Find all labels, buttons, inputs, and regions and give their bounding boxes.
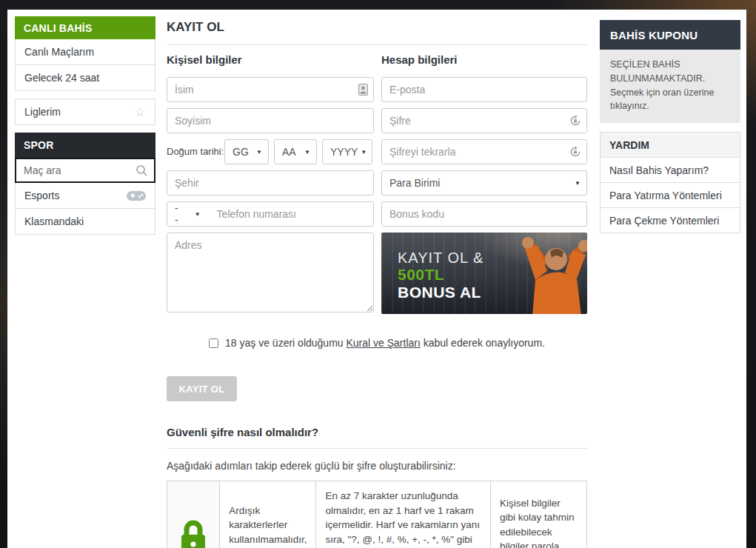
password-intro-text: Aşağıdaki adımları takip ederek güçlü bi… <box>167 460 587 472</box>
bet-slip-header: BAHİS KUPONU <box>600 20 740 50</box>
banner-line1: KAYIT OL & <box>398 250 484 266</box>
sidebar-item-canli-maclarim[interactable]: Canlı Maçlarım <box>15 39 155 65</box>
password-repeat-box <box>381 139 587 164</box>
birth-day-value: GG <box>233 146 249 158</box>
bet-slip-empty-message: SEÇİLEN BAHİS BULUNMAMAKTADIR. Seçmek iç… <box>600 50 740 123</box>
sidebar-item-liglerim[interactable]: Liglerim ☆ <box>15 98 155 125</box>
terms-link[interactable]: Kural ve Şartları <box>346 337 420 349</box>
birth-year-value: YYYY <box>330 146 358 158</box>
account-info-column: Hesap bilgileri <box>381 53 587 321</box>
help-header: YARDIM <box>601 133 740 157</box>
terms-suffix: kabul ederek onaylıyorum. <box>421 337 545 349</box>
page-title: KAYIT OL <box>167 16 587 44</box>
password-section-divider <box>167 448 587 449</box>
star-icon: ☆ <box>135 106 146 118</box>
sidebar-header-canli-bahis[interactable]: CANLI BAHİS <box>15 16 155 39</box>
sidebar-item-label: Canlı Maçlarım <box>24 46 94 58</box>
bonus-banner[interactable]: KAYIT OL & 500TL BONUS AL <box>381 233 587 314</box>
bonus-code-box <box>381 201 587 227</box>
address-textarea[interactable] <box>167 233 374 313</box>
title-divider <box>167 44 587 45</box>
terms-text: 18 yaş ve üzeri olduğumu Kural ve Şartla… <box>225 337 545 349</box>
sidebar-header-label: SPOR <box>24 139 53 151</box>
match-search-box <box>15 158 155 183</box>
phone-input[interactable] <box>208 202 373 226</box>
match-search-input[interactable] <box>24 164 136 176</box>
birth-year-select[interactable]: YYYY ▼ <box>322 139 372 164</box>
chevron-down-icon: ▼ <box>575 180 581 187</box>
address-row <box>167 233 374 315</box>
chevron-down-icon: ▼ <box>361 149 367 156</box>
banner-line3: BONUS AL <box>398 284 484 301</box>
chevron-down-icon: ▼ <box>256 149 262 156</box>
email-input[interactable] <box>382 78 586 101</box>
sidebar-item-label: Esports <box>24 190 59 201</box>
terms-row: 18 yaş ve üzeri olduğumu Kural ve Şartla… <box>167 337 587 349</box>
sidebar-item-gelecek-24-saat[interactable]: Gelecek 24 saat <box>15 65 155 91</box>
city-box <box>167 170 374 196</box>
secure-password-heading: Güvenli şifre nasıl olmalıdır? <box>167 426 587 448</box>
password-rules-table: Ardışık karakterlerler kullanılmamalıdır… <box>167 481 587 548</box>
chevron-down-icon: ▼ <box>304 149 310 156</box>
search-icon <box>136 164 148 177</box>
last-name-box <box>167 108 374 133</box>
help-item-nasil-bahis[interactable]: Nasıl Bahis Yaparım? <box>601 157 740 182</box>
help-item-label: Para Yatırma Yöntemleri <box>609 190 722 201</box>
currency-select[interactable]: Para Birimi ▼ <box>381 170 587 196</box>
birth-day-select[interactable]: GG ▼ <box>224 139 269 164</box>
page-container: CANLI BAHİS Canlı Maçlarım Gelecek 24 sa… <box>7 10 746 548</box>
email-box <box>381 77 587 102</box>
chevron-down-icon: ▼ <box>195 211 201 218</box>
help-item-para-cekme[interactable]: Para Çekme Yöntemleri <box>601 207 740 233</box>
register-submit-button[interactable]: KAYIT OL <box>167 376 237 401</box>
birth-month-select[interactable]: AA ▼ <box>274 139 317 164</box>
sidebar-header-label: CANLI BAHİS <box>24 22 92 34</box>
left-sidebar: CANLI BAHİS Canlı Maçlarım Gelecek 24 sa… <box>15 16 155 548</box>
password-generate-icon[interactable] <box>569 115 581 127</box>
right-sidebar: BAHİS KUPONU SEÇİLEN BAHİS BULUNMAMAKTAD… <box>600 16 740 548</box>
password-repeat-input[interactable] <box>382 140 586 164</box>
phone-row: -- ▼ <box>167 201 374 227</box>
currency-value: Para Birimi <box>389 177 440 189</box>
password-box <box>381 108 587 133</box>
banner-line2: 500TL <box>398 266 484 284</box>
city-input[interactable] <box>167 171 373 195</box>
age-terms-checkbox[interactable] <box>209 338 218 348</box>
lock-cell <box>167 481 220 548</box>
phone-code-value: -- <box>175 202 178 226</box>
terms-prefix: 18 yaş ve üzeri olduğumu <box>225 337 346 349</box>
sidebar-item-label: Liglerim <box>24 106 61 118</box>
sidebar-item-label: Gelecek 24 saat <box>24 72 99 84</box>
sidebar-item-klasmandaki[interactable]: Klasmandaki <box>15 209 155 235</box>
first-name-box <box>167 77 374 102</box>
bonus-code-input[interactable] <box>382 202 586 226</box>
help-item-label: Para Çekme Yöntemleri <box>609 215 719 227</box>
help-item-para-yatirma[interactable]: Para Yatırma Yöntemleri <box>601 182 740 207</box>
password-input[interactable] <box>382 109 586 133</box>
table-row: Ardışık karakterlerler kullanılmamalıdır… <box>167 481 587 548</box>
first-name-input[interactable] <box>167 78 373 101</box>
phone-country-code-select[interactable]: -- ▼ <box>167 202 208 226</box>
help-item-label: Nasıl Bahis Yaparım? <box>609 164 709 176</box>
cheering-fan-illustration <box>503 234 587 314</box>
birth-month-value: AA <box>282 146 296 158</box>
last-name-input[interactable] <box>167 109 373 133</box>
account-info-heading: Hesap bilgileri <box>381 53 587 67</box>
lock-icon <box>178 519 209 548</box>
password-rule-cell: En az 7 karakter uzunluğunda olmalıdır, … <box>316 481 491 548</box>
birthdate-label: Doğum tarihi: <box>167 146 224 158</box>
sidebar-header-spor[interactable]: SPOR <box>15 133 155 158</box>
autofill-contact-icon[interactable] <box>358 84 368 96</box>
banner-text: KAYIT OL & 500TL BONUS AL <box>398 250 484 301</box>
password-rule-cell: Ardışık karakterlerler kullanılmamalıdır… <box>220 481 316 548</box>
personal-info-column: Kişisel bilgiler <box>167 53 374 321</box>
birthdate-row: Doğum tarihi: GG ▼ AA ▼ YYYY ▼ <box>167 139 374 164</box>
sidebar-item-esports[interactable]: Esports <box>15 183 155 209</box>
gamepad-icon <box>127 190 146 201</box>
password-rule-cell: Kişisel bilgiler gibi kolay tahmin edile… <box>490 481 586 548</box>
sidebar-item-label: Klasmandaki <box>24 215 84 227</box>
password-generate-icon[interactable] <box>569 146 581 158</box>
bet-slip-header-label: BAHİS KUPONU <box>610 29 698 41</box>
personal-info-heading: Kişisel bilgiler <box>167 53 374 67</box>
registration-main: KAYIT OL Kişisel bilgiler <box>167 16 587 548</box>
